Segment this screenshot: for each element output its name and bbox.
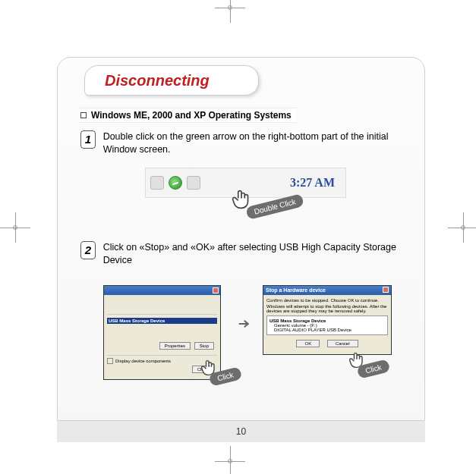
dialog2-close-icon[interactable]: [383, 287, 389, 293]
dialog2-ok-button[interactable]: OK: [296, 340, 320, 347]
dialog1-close-icon[interactable]: [213, 287, 219, 294]
dialog2-message-1: Confirm devices to be stopped. Choose OK…: [266, 298, 388, 303]
step-1-number: 1: [80, 130, 96, 149]
page-footer: 10: [57, 421, 425, 442]
tray-icon-generic-2: [187, 176, 200, 190]
dialog2-titlebar: Stop a Hardware device: [263, 286, 391, 295]
dialog1-checkbox[interactable]: [107, 358, 113, 364]
section-header-text: Windows ME, 2000 and XP Operating System…: [91, 110, 292, 121]
page-title: Disconnecting: [105, 72, 210, 89]
tray-icon-generic: [150, 176, 164, 190]
bullet-square-icon: [80, 112, 87, 118]
step-2-number: 2: [80, 241, 96, 259]
dialog2-message-2: Windows will attempt to stop the followi…: [266, 304, 388, 313]
section-header: Windows ME, 2000 and XP Operating System…: [79, 108, 296, 123]
step-1: 1 Double click on the green arrow on the…: [80, 130, 409, 156]
arrow-right-icon: [236, 315, 253, 334]
dialog1-titlebar: [104, 286, 220, 295]
step-2-text: Click on «Stop» and «OK» after selecting…: [103, 241, 407, 267]
stop-hardware-dialog: Stop a Hardware device Confirm devices t…: [263, 285, 392, 355]
taskbar-clock: 3:27 AM: [205, 176, 341, 190]
step-2: 2 Click on «Stop» and «OK» after selecti…: [80, 241, 409, 267]
dialog1-selected-device[interactable]: USB Mass Storage Device: [107, 318, 217, 324]
dialog2-cancel-button[interactable]: Cancel: [327, 340, 358, 347]
dialog1-checkbox-label: Display device components: [115, 359, 171, 363]
tray-icon-safely-remove[interactable]: [169, 176, 182, 190]
dialog2-device-list: USB Mass Storage Device Generic volume -…: [266, 315, 388, 335]
page-number: 10: [236, 426, 246, 437]
dialog1-properties-button[interactable]: Properties: [159, 342, 191, 350]
page-title-pill: Disconnecting: [84, 65, 259, 96]
dialog1-stop-button[interactable]: Stop: [194, 342, 214, 350]
step-1-text: Double click on the green arrow on the r…: [103, 130, 407, 156]
page-card: Disconnecting Windows ME, 2000 and XP Op…: [57, 57, 425, 421]
dialog2-device-3[interactable]: DIGITAL AUDIO PLAYER USB Device: [270, 328, 385, 332]
dialog2-title: Stop a Hardware device: [266, 286, 326, 295]
